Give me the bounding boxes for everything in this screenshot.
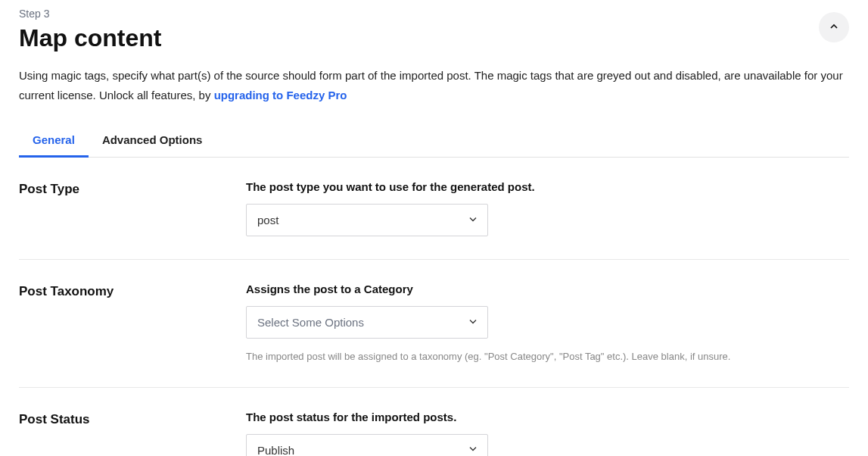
page-title: Map content xyxy=(19,24,819,52)
field-post-status: Post Status The post status for the impo… xyxy=(19,388,849,457)
post-type-description: The post type you want to use for the ge… xyxy=(246,180,849,193)
post-taxonomy-hint: The imported post will be assigned to a … xyxy=(246,349,849,364)
post-type-value: post xyxy=(257,214,278,226)
post-status-label: Post Status xyxy=(19,411,216,427)
section-description: Using magic tags, specify what part(s) o… xyxy=(19,66,849,105)
chevron-up-icon xyxy=(828,20,840,35)
field-post-type: Post Type The post type you want to use … xyxy=(19,158,849,260)
post-status-value: Publish xyxy=(257,444,294,457)
post-taxonomy-placeholder: Select Some Options xyxy=(257,316,364,329)
post-taxonomy-description: Assigns the post to a Category xyxy=(246,283,849,295)
post-type-label: Post Type xyxy=(19,180,216,197)
field-post-taxonomy: Post Taxonomy Assigns the post to a Cate… xyxy=(19,260,849,388)
step-label: Step 3 xyxy=(19,8,819,20)
post-status-description: The post status for the imported posts. xyxy=(246,411,849,423)
tab-advanced-options[interactable]: Advanced Options xyxy=(89,124,216,158)
post-taxonomy-label: Post Taxonomy xyxy=(19,283,216,299)
description-text: Using magic tags, specify what part(s) o… xyxy=(19,69,843,102)
post-type-select[interactable]: post xyxy=(246,204,488,236)
tab-general[interactable]: General xyxy=(19,124,89,158)
collapse-button[interactable] xyxy=(819,12,849,42)
upgrade-link[interactable]: upgrading to Feedzy Pro xyxy=(214,89,347,102)
tab-bar: General Advanced Options xyxy=(19,124,849,158)
post-taxonomy-select[interactable]: Select Some Options xyxy=(246,306,488,339)
post-status-select[interactable]: Publish xyxy=(246,434,488,457)
